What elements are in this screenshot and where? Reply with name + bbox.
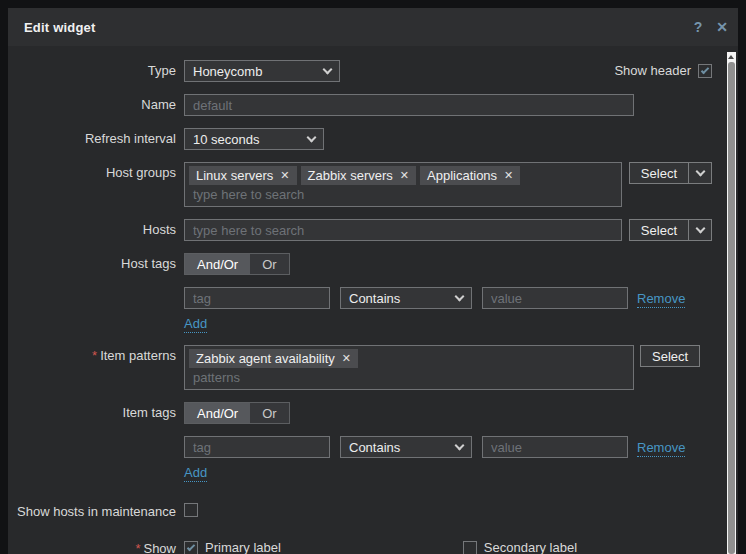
- show-header-checkbox[interactable]: [698, 64, 712, 78]
- hosts-search-input[interactable]: [184, 219, 622, 241]
- item-tag-operator-select[interactable]: Contains: [340, 436, 472, 458]
- host-tags-add-row: Add: [8, 315, 712, 333]
- primary-label-text: Primary label: [205, 540, 281, 554]
- chip-remove-icon[interactable]: ✕: [342, 349, 351, 368]
- item-patterns-placeholder[interactable]: patterns: [189, 368, 629, 385]
- show-hosts-in-maintenance-row: Show hosts in maintenance: [8, 501, 712, 519]
- chip-label: Linux servers: [196, 166, 273, 185]
- chip-remove-icon[interactable]: ✕: [400, 166, 409, 185]
- item-patterns-row: *Item patterns Zabbix agent availability…: [8, 345, 712, 390]
- host-tag-remove-link[interactable]: Remove: [637, 290, 685, 308]
- item-patterns-multiselect[interactable]: Zabbix agent availability ✕ patterns: [184, 345, 634, 390]
- host-tags-or-button[interactable]: Or: [250, 254, 288, 274]
- scrollbar-thumb[interactable]: [728, 62, 735, 554]
- chevron-down-icon: [455, 292, 465, 302]
- host-groups-row: Host groups Linux servers ✕ Zabbix serve…: [8, 162, 712, 207]
- item-patterns-label: *Item patterns: [8, 345, 176, 363]
- header-icons: ? ✕: [694, 20, 728, 34]
- name-input[interactable]: [184, 94, 634, 116]
- host-groups-select-button[interactable]: Select: [629, 162, 688, 184]
- spacer-label: [8, 315, 176, 318]
- host-tags-operator-toggle: And/Or Or: [184, 253, 290, 275]
- chip-remove-icon[interactable]: ✕: [280, 166, 289, 185]
- type-row: Type Honeycomb Show header: [8, 60, 712, 82]
- host-tag-value-input[interactable]: [482, 287, 628, 309]
- host-groups-multiselect[interactable]: Linux servers ✕ Zabbix servers ✕ Applica…: [184, 162, 622, 207]
- item-tags-operator-toggle: And/Or Or: [184, 402, 290, 424]
- name-row: Name: [8, 94, 712, 116]
- chip-remove-icon[interactable]: ✕: [504, 166, 513, 185]
- host-groups-label: Host groups: [8, 162, 176, 180]
- item-tags-add-link[interactable]: Add: [184, 464, 207, 482]
- check-icon: [701, 65, 709, 73]
- hosts-select-dropdown-button[interactable]: [688, 219, 712, 241]
- host-tag-operator-value: Contains: [349, 291, 400, 306]
- item-tags-add-row: Add: [8, 464, 712, 482]
- secondary-label-option: Secondary label: [463, 538, 577, 554]
- chevron-down-icon: [695, 167, 705, 177]
- close-icon[interactable]: ✕: [716, 20, 728, 34]
- show-hosts-in-maintenance-checkbox[interactable]: [184, 503, 198, 517]
- host-tags-andor-button[interactable]: And/Or: [185, 254, 250, 274]
- refresh-interval-select[interactable]: 10 seconds: [184, 128, 324, 150]
- edit-widget-form: Type Honeycomb Show header Name Refresh …: [8, 46, 738, 554]
- spacer-label: [8, 464, 176, 467]
- scroll-up-arrow-icon[interactable]: [728, 55, 734, 59]
- host-groups-select-dropdown-button[interactable]: [688, 162, 712, 184]
- item-tag-remove-link[interactable]: Remove: [637, 439, 685, 457]
- chip-label: Zabbix agent availability: [196, 349, 335, 368]
- host-group-chip: Zabbix servers ✕: [301, 166, 416, 185]
- chevron-down-icon: [307, 133, 317, 143]
- type-label: Type: [8, 60, 176, 78]
- host-groups-select-split-button: Select: [629, 162, 712, 184]
- show-header-group: Show header: [614, 60, 712, 78]
- required-mark: *: [135, 541, 140, 554]
- hosts-select-split-button: Select: [629, 219, 712, 241]
- item-tag-condition-row: Contains Remove: [8, 436, 712, 458]
- chevron-down-icon: [695, 224, 705, 234]
- refresh-interval-value: 10 seconds: [193, 132, 260, 147]
- secondary-label-text: Secondary label: [484, 540, 577, 554]
- host-tag-condition-row: Contains Remove: [8, 287, 712, 309]
- show-row: *Show Primary label Secondary label: [8, 538, 712, 554]
- chevron-down-icon: [323, 65, 333, 75]
- hosts-row: Hosts Select: [8, 219, 712, 241]
- check-icon: [187, 542, 195, 550]
- host-tags-label: Host tags: [8, 253, 176, 271]
- item-patterns-select-button[interactable]: Select: [640, 345, 700, 367]
- host-groups-chips: Linux servers ✕ Zabbix servers ✕ Applica…: [189, 166, 617, 185]
- type-select[interactable]: Honeycomb: [184, 60, 340, 82]
- dialog-header: Edit widget ? ✕: [8, 8, 738, 46]
- host-tag-operator-select[interactable]: Contains: [340, 287, 472, 309]
- item-tag-name-input[interactable]: [184, 436, 330, 458]
- item-patterns-chips: Zabbix agent availability ✕: [189, 349, 629, 368]
- name-label: Name: [8, 94, 176, 112]
- item-tags-andor-button[interactable]: And/Or: [185, 403, 250, 423]
- help-icon[interactable]: ?: [694, 20, 703, 34]
- chip-label: Zabbix servers: [308, 166, 393, 185]
- item-tags-or-button[interactable]: Or: [250, 403, 288, 423]
- show-hosts-in-maintenance-label: Show hosts in maintenance: [8, 501, 176, 519]
- page-background: Edit widget ? ✕ Type Honeycomb Show head…: [0, 0, 746, 554]
- primary-label-checkbox[interactable]: [184, 541, 198, 554]
- item-tag-value-input[interactable]: [482, 436, 628, 458]
- host-tags-row: Host tags And/Or Or: [8, 253, 712, 275]
- vertical-scrollbar[interactable]: [727, 52, 736, 554]
- spacer-label: [8, 436, 176, 439]
- item-tags-label: Item tags: [8, 402, 176, 420]
- hosts-label: Hosts: [8, 219, 176, 237]
- dialog-title: Edit widget: [24, 20, 96, 35]
- type-select-value: Honeycomb: [193, 64, 262, 79]
- refresh-interval-label: Refresh interval: [8, 128, 176, 146]
- host-tag-name-input[interactable]: [184, 287, 330, 309]
- spacer-label: [8, 287, 176, 290]
- host-groups-search-placeholder[interactable]: type here to search: [189, 185, 617, 202]
- show-header-label: Show header: [614, 63, 691, 78]
- item-tags-row: Item tags And/Or Or: [8, 402, 712, 424]
- host-tags-add-link[interactable]: Add: [184, 315, 207, 333]
- item-tag-operator-value: Contains: [349, 440, 400, 455]
- hosts-select-button[interactable]: Select: [629, 219, 688, 241]
- host-group-chip: Linux servers ✕: [189, 166, 297, 185]
- chip-label: Applications: [427, 166, 497, 185]
- secondary-label-checkbox[interactable]: [463, 541, 477, 554]
